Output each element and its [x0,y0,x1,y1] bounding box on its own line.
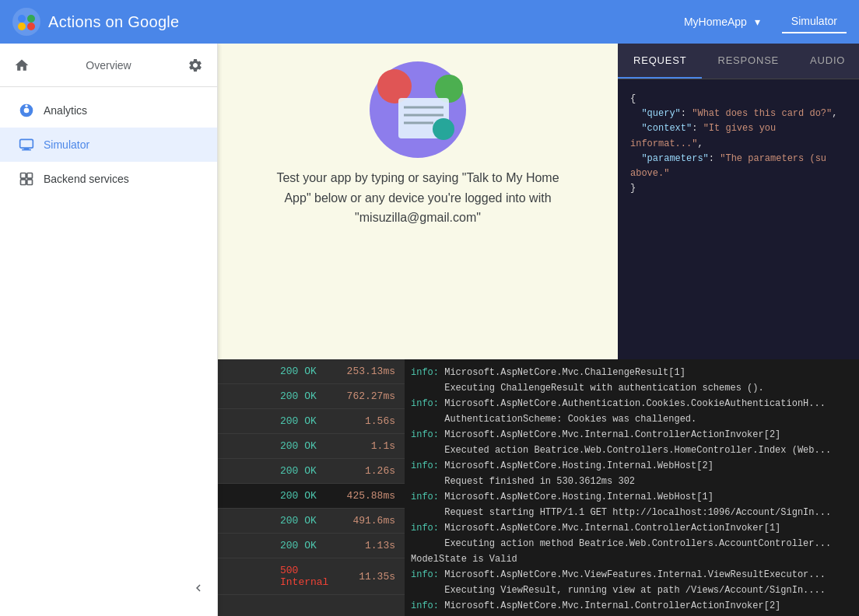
request-status: 200 OK [280,465,327,477]
analytics-label: Analytics [44,104,87,117]
svg-point-6 [24,108,30,114]
log-entry: ModelState is Valid [411,552,853,566]
log-entry: Request finished in 530.3612ms 302 [411,474,853,488]
request-status: 500 Internal [280,565,327,588]
app-name: MyHomeApp [684,16,747,28]
logo-area: Actions on Google [12,8,180,36]
svg-rect-13 [21,180,26,185]
svg-point-4 [27,23,35,30]
right-panel-tabs: REQUEST RESPONSE AUDIO [618,44,859,79]
log-entry: Executing action method Beatrice.Web.Con… [411,537,853,551]
request-time: 1.1s [333,440,395,452]
log-entry: Executed action Beatrice.Web.Controllers… [411,443,853,457]
topbar: Actions on Google MyHomeApp ▾ Simulator [0,0,859,44]
request-time: 1.26s [333,465,395,477]
request-status: 200 OK [280,490,327,502]
sidebar: Overview Analytics [0,44,218,616]
app-selector[interactable]: MyHomeApp ▾ [675,11,770,33]
svg-rect-8 [20,139,33,148]
request-status: 200 OK [280,440,327,452]
log-entry: Executing ChallengeResult with authentic… [411,381,853,395]
svg-point-2 [27,15,35,23]
svg-point-7 [25,105,27,107]
log-entry: Executing ViewResult, running view at pa… [411,583,853,597]
svg-point-1 [18,15,26,23]
sidebar-item-simulator[interactable]: Simulator [0,128,217,162]
request-time: 11.35s [333,571,395,583]
request-time: 425.88ms [333,490,395,502]
collapse-sidebar-button[interactable] [186,576,211,600]
log-entry: info: Microsoft.AspNetCore.Mvc.Challenge… [411,366,853,380]
google-logo-icon [12,8,40,36]
request-status: 200 OK [280,540,327,551]
request-status: 200 OK [280,366,327,377]
sidebar-top-bar: Overview [0,44,217,87]
chevron-down-icon: ▾ [755,16,760,28]
topbar-title: Actions on Google [48,13,180,31]
request-status: 200 OK [280,515,327,527]
request-time: 762.27ms [333,390,395,402]
svg-rect-11 [21,173,26,179]
analytics-icon [19,103,34,118]
simulator-icon [19,137,34,152]
request-time: 1.13s [333,540,395,551]
request-time: 253.13ms [333,366,395,377]
log-entry: info: Microsoft.AspNetCore.Mvc.Internal.… [411,521,853,535]
sidebar-item-analytics[interactable]: Analytics [0,93,217,128]
log-entry: AuthenticationScheme: Cookies was challe… [411,412,853,426]
backend-label: Backend services [44,173,129,185]
svg-rect-12 [27,173,33,179]
tab-request[interactable]: REQUEST [618,44,702,79]
svg-rect-14 [27,180,33,185]
svg-point-3 [18,23,26,30]
home-button[interactable] [6,50,37,81]
sidebar-item-backend[interactable]: Backend services [0,162,217,196]
log-entry: Request starting HTTP/1.1 GET http://loc… [411,506,853,520]
svg-point-22 [433,118,454,140]
simulator-description: Test your app by typing or saying "Talk … [270,168,566,228]
request-status: 200 OK [280,415,327,427]
log-entry: info: Microsoft.AspNetCore.Mvc.Internal.… [411,428,853,442]
tab-response[interactable]: RESPONSE [702,44,794,79]
simulator-nav-item[interactable]: Simulator [782,10,847,33]
overview-label[interactable]: Overview [37,59,180,72]
log-entry: info: Microsoft.AspNetCore.Hosting.Inter… [411,490,853,504]
log-entry: info: Microsoft.AspNetCore.Authenticatio… [411,397,853,411]
log-entry: info: Microsoft.AspNetCore.Mvc.ViewFeatu… [411,568,853,582]
simulator-label: Simulator [44,138,89,151]
log-entry: info: Microsoft.AspNetCore.Hosting.Inter… [411,459,853,473]
sidebar-menu: Analytics Simulator [0,87,217,202]
settings-button[interactable] [180,50,211,81]
simulator-graphic [328,59,507,160]
log-entry: info: Microsoft.AspNetCore.Mvc.Internal.… [411,599,853,613]
request-time: 1.56s [333,415,395,427]
request-time: 491.6ms [333,515,395,527]
backend-icon [19,171,34,187]
log-panel: info: Microsoft.AspNetCore.Mvc.Challenge… [405,359,859,616]
svg-point-0 [12,8,40,36]
tab-audio[interactable]: AUDIO [794,44,859,79]
request-status: 200 OK [280,390,327,402]
